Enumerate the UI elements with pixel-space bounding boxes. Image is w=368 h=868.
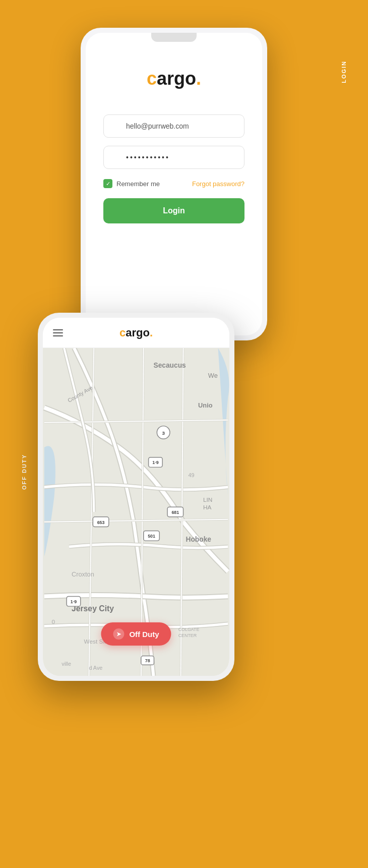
navigation-icon: ➤ [113,628,124,640]
phone-notch [151,33,197,42]
hamburger-line-3 [53,335,63,336]
svg-text:3: 3 [162,430,165,436]
phone-login: cargo. 👤 ✏️ ✓ Remember me Forg [81,28,267,340]
off-duty-label: Off Duty [129,630,159,639]
email-input-group: 👤 [103,114,244,138]
svg-text:49: 49 [188,472,194,478]
map-area: Secaucus We Unio County Ave 49 LIN HA Ho… [43,348,229,676]
svg-text:We: We [208,372,218,379]
email-field[interactable] [103,114,244,138]
svg-text:681: 681 [171,510,179,515]
svg-text:LIN: LIN [203,496,212,503]
svg-text:HA: HA [203,504,212,511]
forgot-password-link[interactable]: Forgot password? [192,180,244,188]
svg-text:1·9: 1·9 [152,460,158,465]
svg-text:78: 78 [145,658,150,663]
svg-text:Secaucus: Secaucus [153,362,186,369]
svg-text:CENTER: CENTER [178,633,197,638]
remember-checkbox[interactable]: ✓ [103,179,112,188]
password-input-group: ✏️ [103,146,244,169]
svg-text:COLGATE: COLGATE [178,627,200,632]
login-label: LOGIN [341,61,347,83]
phone-map: cargo. [38,313,234,681]
app-logo-map: cargo. [119,326,153,339]
svg-text:1·9: 1·9 [71,599,77,604]
login-button[interactable]: Login [103,198,244,223]
remember-label: Remember me [116,180,160,188]
svg-text:653: 653 [97,520,105,525]
svg-text:Croxton: Croxton [72,570,94,578]
map-header: cargo. [43,318,229,348]
svg-text:0: 0 [52,618,55,625]
svg-text:Unio: Unio [198,401,213,409]
off-duty-button[interactable]: ➤ Off Duty [101,622,171,646]
hamburger-line-1 [53,329,63,330]
svg-text:501: 501 [148,534,155,539]
offduty-label: OFF DUTY [21,454,27,490]
remember-row: ✓ Remember me Forgot password? [103,179,244,188]
app-logo-login: cargo. [147,68,201,89]
password-field[interactable] [103,146,244,169]
svg-text:d Ave: d Ave [89,665,102,671]
svg-text:ville: ville [62,661,71,667]
hamburger-line-2 [53,332,63,333]
hamburger-menu[interactable] [53,329,63,336]
svg-text:Hoboke: Hoboke [186,536,211,543]
